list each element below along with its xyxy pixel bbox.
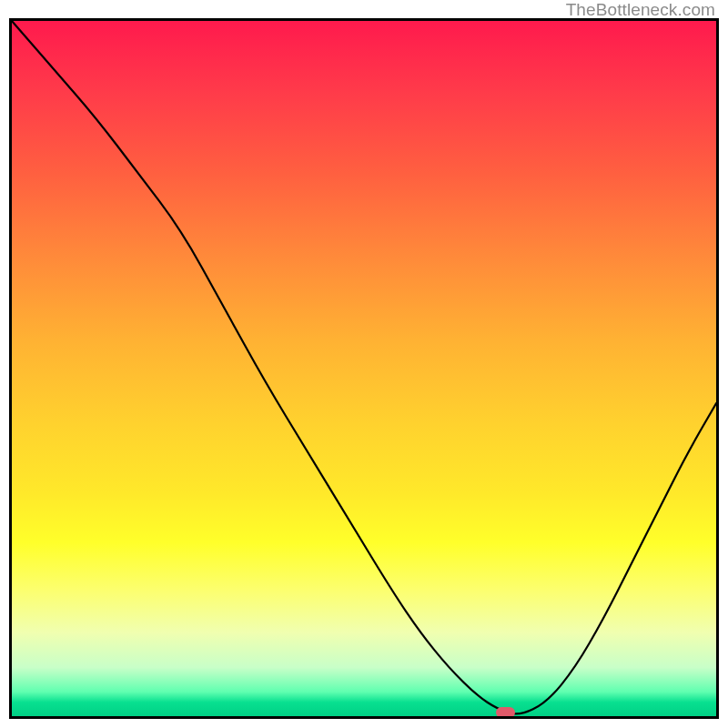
bottleneck-marker	[496, 707, 515, 718]
chart-curve-svg	[12, 21, 716, 716]
chart-frame	[9, 18, 719, 719]
curve-path	[12, 21, 716, 713]
watermark-text: TheBottleneck.com	[566, 0, 715, 20]
